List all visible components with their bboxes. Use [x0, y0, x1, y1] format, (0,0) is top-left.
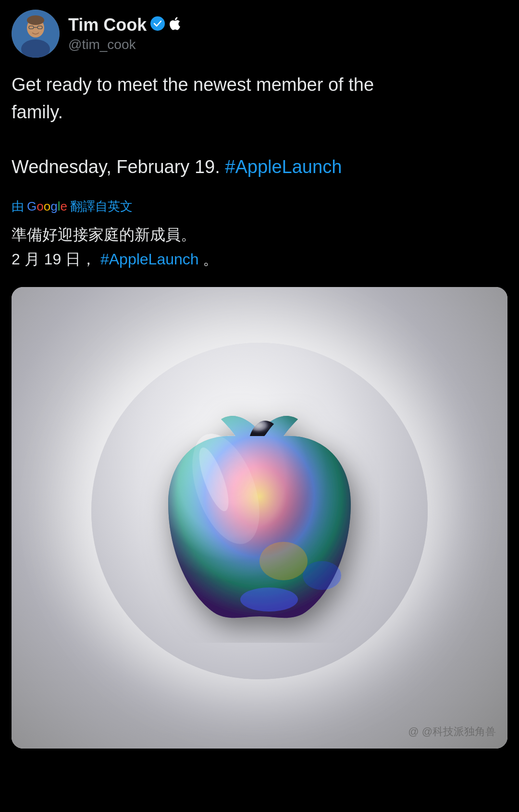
apple-logo [139, 393, 380, 643]
translated-period: 。 [203, 250, 218, 268]
user-info: Tim Cook @tim_cook [68, 15, 180, 52]
tweet-body: Get ready to meet the newest member of t… [12, 71, 507, 181]
tweet-header: Tim Cook @tim_cook [12, 10, 507, 58]
google-logo: Google [27, 199, 67, 214]
display-name: Tim Cook [68, 15, 147, 35]
google-translate-row: 由 Google 翻譯自英文 [12, 198, 507, 215]
tweet-media[interactable]: @ @科技派独角兽 [12, 287, 507, 749]
google-g: G [27, 199, 37, 214]
watermark: @ @科技派独角兽 [408, 725, 496, 739]
tweet-card: Tim Cook @tim_cook Get ready to meet t [0, 0, 519, 749]
translated-line2: 2 月 19 日， #AppleLaunch 。 [12, 247, 507, 272]
google-e: e [60, 199, 67, 214]
google-o2: o [44, 199, 50, 214]
google-g2: g [50, 199, 57, 214]
tweet-date-text: Wednesday, February 19. [12, 157, 220, 177]
translation-section: 由 Google 翻譯自英文 準備好迎接家庭的新成員。 2 月 19 日， #A… [12, 198, 507, 272]
username[interactable]: @tim_cook [68, 37, 180, 52]
translated-line1: 準備好迎接家庭的新成員。 [12, 223, 507, 247]
translated-date: 2 月 19 日， [12, 250, 96, 268]
google-o1: o [37, 199, 43, 214]
apple-brand-icon [169, 17, 180, 34]
svg-point-7 [150, 16, 165, 31]
svg-point-11 [303, 561, 341, 590]
tweet-text-line1: Get ready to meet the newest member of t… [12, 75, 374, 95]
display-name-row: Tim Cook [68, 15, 180, 35]
translate-suffix: 翻譯自英文 [70, 198, 133, 215]
apple-launch-image: @ @科技派独角兽 [12, 287, 507, 749]
watermark-text: @ @科技派独角兽 [408, 725, 496, 737]
translate-prefix: 由 [12, 198, 24, 215]
svg-point-2 [27, 15, 44, 25]
verified-icon [150, 16, 165, 34]
tweet-text-line2: family. [12, 102, 63, 122]
svg-point-10 [240, 587, 298, 612]
translated-hashtag[interactable]: #AppleLaunch [100, 250, 199, 268]
translated-text: 準備好迎接家庭的新成員。 2 月 19 日， #AppleLaunch 。 [12, 223, 507, 272]
avatar[interactable] [12, 10, 60, 58]
svg-point-12 [260, 542, 308, 580]
tweet-hashtag[interactable]: #AppleLaunch [225, 157, 342, 177]
